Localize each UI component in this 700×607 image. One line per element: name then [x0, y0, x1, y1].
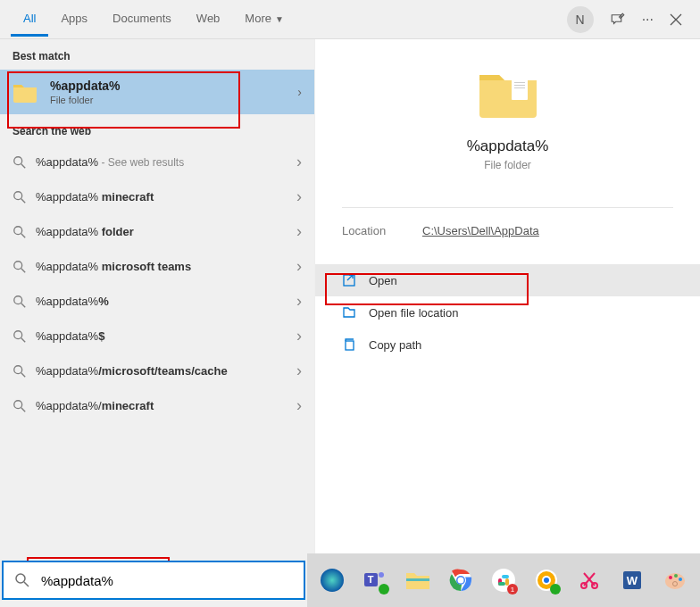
action-copy-path[interactable]: Copy path — [315, 328, 700, 361]
svg-point-16 — [14, 400, 22, 408]
web-result-text: %appdata%/microsoft/teams/cache — [36, 364, 228, 378]
feedback-icon[interactable] — [610, 12, 626, 28]
svg-rect-19 — [514, 82, 525, 83]
copy-icon — [342, 337, 356, 352]
svg-line-7 — [21, 233, 25, 237]
svg-rect-21 — [514, 87, 525, 88]
search-box[interactable] — [2, 561, 305, 600]
search-icon — [12, 364, 27, 378]
actions-list: OpenOpen file locationCopy path — [315, 264, 700, 361]
web-result-item[interactable]: %appdata%/minecraft › — [0, 388, 314, 423]
svg-rect-18 — [512, 79, 528, 100]
svg-point-10 — [14, 295, 22, 304]
svg-rect-36 — [502, 575, 509, 578]
tab-apps[interactable]: Apps — [48, 3, 100, 37]
tab-more[interactable]: More▼ — [232, 3, 296, 37]
web-result-item[interactable]: %appdata% microsoft teams › — [0, 249, 314, 284]
web-result-item[interactable]: %appdata% minecraft › — [0, 179, 314, 214]
location-label: Location — [342, 224, 422, 237]
slack-icon[interactable]: 1 — [486, 562, 521, 598]
teams-icon[interactable]: T — [357, 562, 393, 598]
folder-icon — [12, 81, 38, 103]
taskbar: T 1 W — [307, 553, 700, 607]
best-match-item[interactable]: %appdata% File folder › — [0, 70, 314, 114]
topbar-right: N ··· — [567, 6, 689, 33]
chevron-right-icon[interactable]: › — [296, 257, 302, 276]
user-avatar[interactable]: N — [567, 6, 594, 33]
location-icon — [342, 305, 356, 320]
svg-point-8 — [14, 261, 22, 269]
web-result-text: %appdata% microsoft teams — [36, 260, 191, 273]
action-label: Open — [369, 274, 397, 287]
preview-subtitle: File folder — [484, 159, 531, 171]
chevron-right-icon[interactable]: › — [296, 222, 302, 241]
svg-point-14 — [14, 365, 22, 373]
svg-point-33 — [458, 578, 464, 584]
chevron-right-icon[interactable]: › — [297, 85, 302, 99]
location-link[interactable]: C:\Users\Dell\AppData — [422, 224, 539, 237]
svg-rect-38 — [498, 582, 505, 586]
svg-text:W: W — [627, 574, 638, 587]
more-icon[interactable]: ··· — [642, 12, 654, 28]
chrome-icon[interactable] — [443, 562, 479, 598]
main-panel: Best match %appdata% File folder › Searc… — [0, 39, 700, 553]
edge-icon[interactable] — [314, 562, 350, 598]
action-open[interactable]: Open — [315, 264, 700, 296]
svg-point-24 — [16, 574, 25, 583]
chevron-right-icon[interactable]: › — [296, 187, 302, 206]
svg-point-6 — [14, 226, 22, 234]
chrome-canary-icon[interactable] — [529, 562, 564, 598]
search-input[interactable] — [41, 573, 293, 588]
svg-point-26 — [321, 569, 344, 592]
preview-title: %appdata% — [467, 137, 549, 155]
location-row: Location C:\Users\Dell\AppData — [315, 224, 700, 246]
action-label: Copy path — [369, 338, 421, 352]
open-icon — [342, 273, 356, 287]
web-result-text: %appdata%% — [36, 295, 109, 308]
svg-line-9 — [21, 268, 25, 271]
tab-all[interactable]: All — [11, 3, 48, 37]
bottom-bar: T 1 W — [0, 553, 700, 607]
chevron-right-icon[interactable]: › — [296, 153, 302, 171]
chevron-right-icon[interactable]: › — [296, 327, 302, 345]
search-icon — [12, 190, 27, 204]
web-result-text: %appdata% - See web results — [36, 155, 184, 169]
svg-point-4 — [14, 191, 22, 199]
search-icon — [12, 329, 27, 344]
snip-icon[interactable] — [571, 562, 607, 598]
paint-icon[interactable] — [657, 562, 693, 598]
chevron-right-icon[interactable]: › — [296, 292, 302, 311]
filter-tabs: All Apps Documents Web More▼ — [11, 3, 296, 37]
svg-line-11 — [21, 303, 25, 306]
web-result-item[interactable]: %appdata%/microsoft/teams/cache › — [0, 353, 314, 388]
search-icon — [12, 295, 27, 309]
folder-large-icon — [476, 66, 540, 120]
web-result-text: %appdata% minecraft — [36, 190, 154, 204]
tab-documents[interactable]: Documents — [100, 3, 184, 37]
svg-line-3 — [21, 163, 25, 167]
web-result-text: %appdata%$ — [36, 329, 104, 343]
chevron-right-icon[interactable]: › — [296, 362, 302, 380]
svg-line-15 — [21, 372, 25, 376]
search-icon — [12, 225, 27, 239]
word-icon[interactable]: W — [614, 562, 650, 598]
svg-line-13 — [21, 337, 25, 341]
explorer-icon[interactable] — [400, 562, 436, 598]
tab-web[interactable]: Web — [184, 3, 233, 37]
web-result-item[interactable]: %appdata%$ › — [0, 319, 314, 353]
close-icon[interactable] — [670, 13, 682, 26]
best-match-label: Best match — [0, 39, 314, 70]
tab-more-label: More — [245, 12, 271, 25]
preview-panel: %appdata% File folder Location C:\Users\… — [314, 39, 700, 553]
action-label: Open file location — [369, 306, 458, 320]
best-match-text: %appdata% File folder — [50, 79, 121, 105]
web-result-item[interactable]: %appdata%% › — [0, 284, 314, 319]
web-result-item[interactable]: %appdata% folder › — [0, 214, 314, 249]
action-open-file-location[interactable]: Open file location — [315, 296, 700, 328]
svg-point-42 — [544, 578, 549, 583]
web-result-item[interactable]: %appdata% - See web results › — [0, 145, 314, 179]
chevron-right-icon[interactable]: › — [296, 396, 302, 415]
svg-text:T: T — [368, 574, 374, 585]
chevron-down-icon: ▼ — [275, 14, 284, 24]
svg-point-52 — [679, 578, 682, 581]
